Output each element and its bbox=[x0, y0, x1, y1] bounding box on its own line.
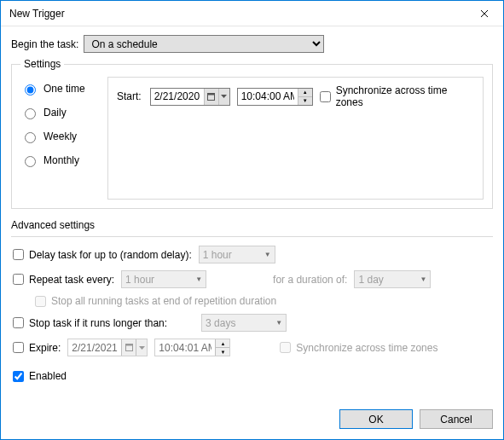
start-date-input[interactable] bbox=[151, 89, 204, 105]
start-label: Start: bbox=[117, 90, 142, 102]
start-time-input[interactable] bbox=[238, 89, 298, 105]
settings-legend: Settings bbox=[20, 58, 64, 70]
begin-task-select[interactable]: On a schedule bbox=[84, 35, 324, 53]
titlebar: New Trigger bbox=[1, 1, 503, 26]
chevron-down-icon: ▼ bbox=[264, 251, 271, 258]
calendar-icon[interactable] bbox=[121, 339, 136, 356]
svg-rect-3 bbox=[125, 344, 132, 346]
enabled-checkbox-input[interactable] bbox=[13, 371, 24, 382]
radio-daily-input[interactable] bbox=[25, 108, 36, 119]
begin-task-label: Begin the task: bbox=[11, 38, 78, 50]
radio-one-time-input[interactable] bbox=[25, 84, 36, 96]
stop-if-checkbox[interactable]: Stop task if it runs longer than: bbox=[13, 317, 167, 329]
spin-up-icon[interactable]: ▲ bbox=[298, 89, 312, 97]
close-button[interactable] bbox=[465, 1, 503, 26]
duration-label: for a duration of: bbox=[273, 274, 347, 286]
window-title: New Trigger bbox=[9, 8, 465, 20]
expire-sync-checkbox: Synchronize across time zones bbox=[280, 342, 437, 354]
advanced-heading: Advanced settings bbox=[11, 219, 493, 231]
repeat-checkbox[interactable]: Repeat task every: bbox=[13, 274, 114, 286]
calendar-icon[interactable] bbox=[204, 89, 218, 105]
chevron-down-icon: ▼ bbox=[275, 319, 282, 327]
time-spinner[interactable]: ▲ ▼ bbox=[298, 89, 312, 105]
expire-sync-checkbox-input bbox=[280, 342, 291, 353]
enabled-checkbox[interactable]: Enabled bbox=[13, 370, 67, 382]
close-icon bbox=[480, 9, 489, 18]
new-trigger-dialog: New Trigger Begin the task: On a schedul… bbox=[0, 0, 504, 440]
expire-time-input[interactable] bbox=[155, 339, 215, 356]
chevron-down-icon: ▼ bbox=[195, 275, 202, 283]
settings-detail-pane: Start: bbox=[107, 77, 484, 200]
divider bbox=[11, 236, 493, 237]
delay-select[interactable]: 1 hour▼ bbox=[199, 246, 275, 263]
stop-all-checkbox-input bbox=[35, 296, 46, 307]
sync-timezones-checkbox[interactable]: Synchronize across time zones bbox=[320, 84, 474, 108]
svg-rect-1 bbox=[208, 93, 215, 95]
chevron-down-icon[interactable] bbox=[218, 89, 229, 105]
spin-down-icon[interactable]: ▼ bbox=[298, 97, 312, 105]
ok-button[interactable]: OK bbox=[339, 409, 413, 429]
radio-daily[interactable]: Daily bbox=[20, 106, 96, 119]
stop-if-select[interactable]: 3 days▼ bbox=[201, 314, 287, 332]
spin-up-icon[interactable]: ▲ bbox=[216, 339, 229, 348]
chevron-down-icon[interactable] bbox=[136, 339, 147, 356]
stop-if-checkbox-input[interactable] bbox=[13, 317, 24, 328]
repeat-every-select[interactable]: 1 hour▼ bbox=[121, 270, 206, 288]
repeat-checkbox-input[interactable] bbox=[13, 274, 24, 285]
expire-date-picker[interactable] bbox=[67, 339, 148, 356]
radio-weekly[interactable]: Weekly bbox=[20, 130, 96, 143]
radio-weekly-input[interactable] bbox=[25, 132, 36, 143]
repeat-duration-select[interactable]: 1 day▼ bbox=[354, 270, 431, 288]
radio-one-time[interactable]: One time bbox=[20, 82, 96, 96]
cancel-button[interactable]: Cancel bbox=[420, 409, 493, 429]
sync-timezones-input[interactable] bbox=[320, 91, 331, 102]
delay-checkbox[interactable]: Delay task for up to (random delay): bbox=[13, 249, 192, 261]
expire-checkbox-input[interactable] bbox=[13, 342, 24, 353]
expire-date-input[interactable] bbox=[68, 339, 121, 356]
stop-all-checkbox: Stop all running tasks at end of repetit… bbox=[35, 295, 276, 307]
start-time-picker[interactable]: ▲ ▼ bbox=[237, 88, 313, 106]
expire-time-picker[interactable]: ▲ ▼ bbox=[154, 339, 230, 356]
time-spinner[interactable]: ▲ ▼ bbox=[215, 339, 229, 356]
start-date-picker[interactable] bbox=[150, 88, 230, 106]
settings-group: Settings One time Daily Weekly bbox=[11, 58, 493, 209]
radio-monthly[interactable]: Monthly bbox=[20, 153, 96, 167]
spin-down-icon[interactable]: ▼ bbox=[216, 348, 229, 356]
expire-checkbox[interactable]: Expire: bbox=[13, 342, 61, 354]
radio-monthly-input[interactable] bbox=[25, 156, 36, 167]
delay-checkbox-input[interactable] bbox=[13, 249, 24, 260]
chevron-down-icon: ▼ bbox=[420, 275, 427, 283]
